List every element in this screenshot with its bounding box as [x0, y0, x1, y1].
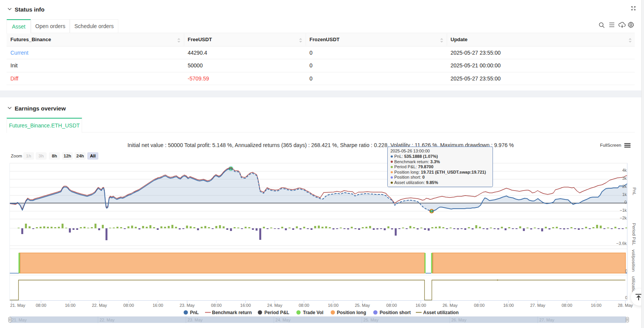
svg-text:Trade Vol: Trade Vol — [303, 310, 323, 315]
svg-text:25. May: 25. May — [363, 318, 379, 322]
svg-text:16:00: 16:00 — [240, 303, 251, 308]
svg-text:PnL: PnL — [190, 310, 199, 315]
svg-text:1h: 1h — [26, 154, 31, 158]
svg-text:08:00: 08:00 — [211, 303, 222, 308]
svg-text:−1k: −1k — [620, 208, 627, 213]
svg-text:08:00: 08:00 — [562, 303, 572, 308]
svg-text:Benchmark return: 3.3%: Benchmark return: 3.3% — [394, 159, 440, 164]
svg-text:28. May: 28. May — [618, 303, 633, 308]
svg-text:24. May: 24. May — [276, 318, 291, 322]
svg-text:08:00: 08:00 — [123, 303, 134, 308]
svg-text:All: All — [90, 154, 96, 158]
svg-text:Position long: Position long — [337, 310, 366, 315]
svg-text:Position short: 0: Position short: 0 — [394, 175, 425, 179]
svg-text:16:00: 16:00 — [415, 303, 426, 308]
svg-text:26. May: 26. May — [442, 303, 458, 308]
svg-text:27. May: 27. May — [539, 318, 555, 322]
svg-text:22. May: 22. May — [92, 303, 107, 308]
svg-text:22. May: 22. May — [99, 318, 115, 322]
svg-text:1k: 1k — [622, 192, 627, 197]
svg-text:Asset utilization: 9.85%: Asset utilization: 9.85% — [394, 180, 438, 185]
svg-text:12h: 12h — [64, 154, 71, 158]
svg-text:26. May: 26. May — [451, 318, 467, 322]
svg-text:4k: 4k — [622, 168, 627, 172]
svg-text:Position long: 19.721 (ETH_USD: Position long: 19.721 (ETH_USDT.swap:19.… — [394, 170, 486, 174]
svg-text:vol/position: vol/position — [631, 249, 636, 272]
svg-text:3h: 3h — [39, 154, 44, 158]
svg-text:Zoom: Zoom — [11, 154, 22, 158]
svg-text:16:00: 16:00 — [153, 303, 163, 308]
svg-text:8h: 8h — [52, 154, 57, 158]
svg-text:23. May: 23. May — [187, 318, 203, 322]
svg-text:24h: 24h — [76, 154, 84, 158]
svg-text:Period P&L: Period P&L — [632, 223, 636, 246]
svg-text:23. May: 23. May — [180, 303, 195, 308]
svg-text:PnL: 535.1888 (1.07%): PnL: 535.1888 (1.07%) — [394, 154, 438, 159]
svg-text:Asset utilization: Asset utilization — [423, 310, 459, 315]
svg-text:16:00: 16:00 — [591, 303, 602, 308]
svg-text:3k: 3k — [622, 176, 627, 181]
svg-text:Benchmark return: Benchmark return — [212, 310, 252, 315]
svg-text:08:00: 08:00 — [386, 303, 397, 308]
svg-text:Position short: Position short — [380, 310, 411, 315]
svg-text:2025-05-26 13:00:00: 2025-05-26 13:00:00 — [390, 149, 430, 153]
svg-text:08:00: 08:00 — [36, 303, 47, 308]
svg-text:25. May: 25. May — [355, 303, 370, 308]
svg-text:PnL: PnL — [632, 187, 637, 196]
svg-text:Period P&L: Period P&L — [264, 310, 289, 315]
svg-text:16:00: 16:00 — [328, 303, 339, 308]
svg-text:24. May: 24. May — [267, 303, 282, 308]
svg-text:16:00: 16:00 — [503, 303, 514, 308]
svg-text:0: 0 — [624, 200, 627, 204]
svg-text:−2k: −2k — [620, 216, 627, 220]
svg-text:08:00: 08:00 — [299, 303, 309, 308]
svg-text:21. May: 21. May — [10, 303, 25, 308]
svg-text:16:00: 16:00 — [65, 303, 76, 308]
svg-text:2k: 2k — [622, 184, 627, 189]
svg-text:21. May: 21. May — [12, 318, 27, 322]
svg-text:−3.6k: −3.6k — [616, 241, 627, 246]
svg-text:27. May: 27. May — [530, 303, 546, 308]
svg-text:Period P&L: 79.8700: Period P&L: 79.8700 — [394, 164, 434, 169]
svg-text:FullScreen: FullScreen — [600, 143, 621, 147]
svg-text:08:00: 08:00 — [474, 303, 485, 308]
